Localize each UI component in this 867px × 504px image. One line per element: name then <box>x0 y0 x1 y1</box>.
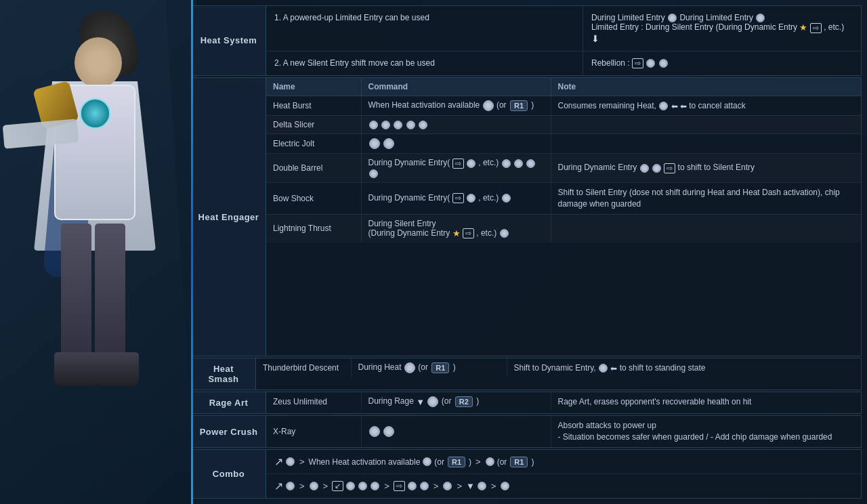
move-cmd-double-barrel: During Dynamic Entry( ⇨ , etc.) <box>361 154 551 183</box>
bs-dot2 <box>502 194 511 203</box>
character-emblem <box>80 98 110 129</box>
move-name-bow-shock: Bow Shock <box>266 182 361 214</box>
db-note-dot2 <box>652 164 661 173</box>
move-name-lightning-thrust: Lightning Thrust <box>266 214 361 243</box>
bs-text2: , etc.) <box>478 193 499 203</box>
bs-arrow-box: ⇨ <box>452 193 464 203</box>
ej-dot-1 <box>369 138 380 149</box>
combo2-gt4: > <box>434 481 439 491</box>
ra-move-note: Rage Art, erases opponent's recoverable … <box>551 392 861 411</box>
pc-move-name: X-Ray <box>266 416 361 447</box>
db-note-text2: to shift to Silent Entry <box>678 163 755 172</box>
move-note-bow-shock: Shift to Silent Entry (dose not shift du… <box>551 182 861 214</box>
cmd-text: When Heat activation available <box>368 100 482 110</box>
combo1-cp2: ) <box>531 457 534 467</box>
heat-system-label: Heat System <box>192 6 266 75</box>
heat-engager-label: Heat Engager <box>192 78 266 356</box>
note-text: Consumes remaining Heat, <box>558 101 659 110</box>
lt-arrow-box: ⇨ <box>463 228 474 238</box>
db-note-text1: During Dynamic Entry <box>558 163 639 172</box>
table-row: Lightning Thrust During Silent Entry(Dur… <box>266 214 861 243</box>
rebellion-dot-2 <box>659 59 668 68</box>
combo2-dot4 <box>358 482 367 490</box>
ra-cmd-cp: ) <box>476 397 479 406</box>
heat-smash-section: Heat Smash Thunderbird Descent During He… <box>191 358 862 390</box>
heat-system-row-1: 1. A powered-up Limited Entry can be use… <box>266 6 861 51</box>
note-dot-1 <box>659 102 668 110</box>
combo1-r1-2: R1 <box>510 457 528 467</box>
ra-dot1 <box>427 396 438 407</box>
hs-note-arrow-left: ⬅ <box>610 364 617 373</box>
power-crush-section: Power Crush X-Ray Absorb attacks to powe… <box>191 415 862 448</box>
rage-art-content: Zeus Unlimited During Rage ▼ (or R2 ) Ra… <box>266 392 861 413</box>
combo-section: Combo ↗ > When Heat activation available… <box>191 449 862 499</box>
cmd-text-or: (or <box>496 100 509 110</box>
move-name-electric-jolt: Electric Jolt <box>266 134 361 154</box>
combo1-or2: (or <box>497 457 507 467</box>
hs-desc-2: 2. A new Silent Entry shift move can be … <box>266 51 583 75</box>
rebellion-arrow: ⇨ <box>632 58 643 68</box>
table-row: Double Barrel During Dynamic Entry( ⇨ , … <box>266 154 861 183</box>
hs-note-text2: to shift to standing state <box>620 363 706 373</box>
combo2-dot6 <box>408 482 417 490</box>
content-area: Heat System 1. A powered-up Limited Entr… <box>191 5 862 499</box>
hs-cmd-text: During Heat <box>358 363 404 373</box>
col-name-header: Name <box>266 78 361 96</box>
move-name-double-barrel: Double Barrel <box>266 154 361 183</box>
heat-system-row-2: 2. A new Silent Entry shift move can be … <box>266 51 861 75</box>
combo2-gt3: > <box>384 481 389 491</box>
hs-cmd-text-1d: , etc.) <box>824 22 844 32</box>
hs-command-2: Rebellion : ⇨ <box>583 51 861 75</box>
move-note-heat-burst: Consumes remaining Heat, ⬅ ⬅ to cancel a… <box>551 96 861 115</box>
combo-content: ↗ > When Heat activation available (or R… <box>266 450 861 498</box>
character-face <box>75 37 122 88</box>
pc-move-note: Absorb attacks to power up - Situation b… <box>551 416 861 447</box>
pc-dot2 <box>383 426 394 437</box>
ds-dot-2 <box>381 121 390 129</box>
ej-dot-2 <box>383 138 394 149</box>
combo1-r1-1: R1 <box>448 457 465 467</box>
combo2-gt6: > <box>491 481 496 491</box>
button-circle-icon-2 <box>756 14 765 22</box>
combo1-or1: (or <box>434 457 444 467</box>
db-note-dot1 <box>640 164 649 173</box>
character-area <box>0 0 196 504</box>
hs-move-note: Shift to Dynamic Entry, ⬅ to shift to st… <box>507 358 861 377</box>
combo2-dot2 <box>310 482 318 490</box>
combo2-dot8 <box>443 482 452 490</box>
combo1-gt2: > <box>475 457 481 467</box>
combo2-dot7 <box>420 482 429 490</box>
hs-note-dot <box>599 364 608 373</box>
lt-star: ★ <box>452 228 461 238</box>
combo1-dot2 <box>423 457 431 466</box>
db-dot3 <box>514 159 523 168</box>
move-name-delta-slicer: Delta Slicer <box>266 115 361 133</box>
pc-dot1 <box>369 426 380 437</box>
combo2-gt2: > <box>323 481 329 491</box>
move-cmd-delta-slicer <box>361 115 551 133</box>
combo2-fwd-arrow: ⇨ <box>394 481 405 491</box>
rage-art-section: Rage Art Zeus Unlimited During Rage ▼ (o… <box>191 392 862 414</box>
ra-down-icon: ▼ <box>416 397 425 407</box>
db-dot2 <box>502 159 511 168</box>
col-note-header: Note <box>551 78 861 96</box>
combo2-diag1: ↗ <box>274 480 283 492</box>
heat-system-section: Heat System 1. A powered-up Limited Entr… <box>191 5 862 76</box>
heat-smash-content: Thunderbird Descent During Heat (or R1 )… <box>256 358 861 390</box>
db-dot5 <box>369 169 378 178</box>
hs-cmd-text-2a: Rebellion : <box>591 58 632 68</box>
combo1-text: When Heat activation available <box>309 457 421 467</box>
combo2-arrow1: ↙ <box>332 481 343 491</box>
combo-row-2: ↗ > > ↙ > ⇨ > > ▼ > <box>266 474 861 498</box>
lt-text2: , etc.) <box>476 228 496 238</box>
combo-label: Combo <box>192 450 266 498</box>
table-row: Bow Shock During Dynamic Entry( ⇨ , etc.… <box>266 182 861 214</box>
character-boot-right <box>95 352 139 386</box>
heat-smash-label: Heat Smash <box>192 358 256 390</box>
combo1-cp1: ) <box>469 457 471 467</box>
ra-move-cmd: During Rage ▼ (or R2 ) <box>361 392 551 411</box>
moves-table: Name Command Note Heat Burst When Heat a… <box>266 78 861 243</box>
hs-note-text1: Shift to Dynamic Entry, <box>514 363 598 373</box>
move-note-electric-jolt <box>551 134 861 154</box>
ra-cmd-text1: During Rage <box>368 397 417 406</box>
